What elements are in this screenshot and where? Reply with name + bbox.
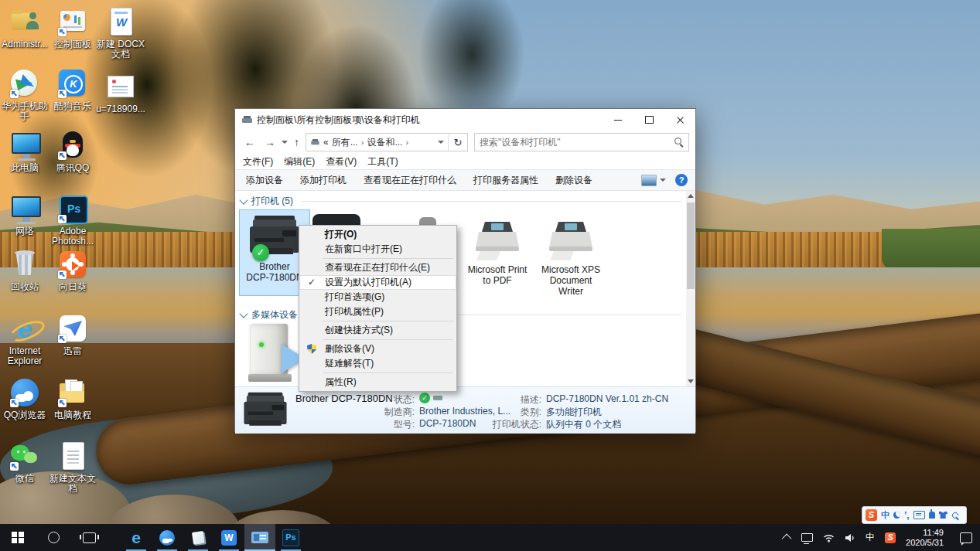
scrollbar-thumb[interactable] bbox=[687, 202, 695, 289]
volume-icon[interactable] bbox=[845, 533, 855, 542]
breadcrumb-devices-printers[interactable]: 设备和... bbox=[367, 136, 402, 149]
recycle-bin-icon bbox=[9, 249, 40, 280]
collapse-chevron-icon[interactable] bbox=[239, 196, 248, 204]
status-device-icon bbox=[433, 396, 442, 400]
context-menu-printing-preferences[interactable]: 打印首选项(G) bbox=[299, 290, 456, 304]
uac-shield-icon bbox=[307, 344, 316, 354]
show-hidden-icons-chevron[interactable] bbox=[782, 534, 792, 544]
desktop-icon-new-text-doc[interactable]: 新建文本文档 bbox=[48, 440, 97, 494]
taskbar-internet-explorer[interactable]: e bbox=[121, 524, 152, 551]
search-icon[interactable] bbox=[674, 137, 685, 148]
context-menu-set-default-printer[interactable]: ✓设置为默认打印机(A) bbox=[299, 275, 456, 290]
breadcrumb-all-items[interactable]: 所有... bbox=[332, 136, 358, 149]
minimize-button[interactable] bbox=[603, 109, 633, 131]
desktop-icon-this-pc[interactable]: 此电脑 bbox=[0, 130, 50, 173]
address-dropdown-icon[interactable] bbox=[434, 134, 448, 151]
task-view-button[interactable] bbox=[71, 524, 107, 551]
scroll-up-icon[interactable] bbox=[688, 194, 694, 198]
toolbar-see-whats-printing[interactable]: 查看现在正在打印什么 bbox=[364, 174, 456, 187]
taskbar-wps[interactable]: W bbox=[213, 524, 244, 551]
toolbar-add-printer[interactable]: 添加打印机 bbox=[300, 174, 347, 187]
desktop-icon-photoshop[interactable]: Ps Adobe Photosh... bbox=[48, 193, 97, 247]
taskbar-devices-printers-active[interactable] bbox=[244, 524, 275, 551]
desktop-icon-network[interactable]: 网络 bbox=[0, 193, 50, 236]
desktop-icon-internet-explorer[interactable]: e Internet Explorer bbox=[0, 313, 50, 366]
context-menu-create-shortcut[interactable]: 创建快捷方式(S) bbox=[299, 323, 456, 338]
menu-file[interactable]: 文件(F) bbox=[243, 155, 273, 168]
shortcut-arrow-icon bbox=[58, 215, 67, 223]
collapse-chevron-icon[interactable] bbox=[239, 309, 248, 318]
wifi-icon[interactable] bbox=[823, 533, 835, 542]
up-button[interactable]: ↑ bbox=[291, 136, 302, 148]
desktop-icon-sunflower[interactable]: 向日葵 bbox=[48, 249, 97, 292]
status-value: ✓ bbox=[419, 392, 442, 403]
context-menu-properties[interactable]: 属性(R) bbox=[299, 375, 456, 389]
group-header-printers[interactable]: 打印机 (5) bbox=[241, 195, 681, 208]
settings-wrench-icon[interactable] bbox=[951, 512, 959, 519]
ime-mode-button[interactable]: 中 bbox=[881, 509, 890, 521]
desktop-icon-hisuite[interactable]: 华为手机助手 bbox=[0, 68, 50, 121]
skin-icon[interactable] bbox=[939, 512, 948, 519]
desktop-icon-administrator[interactable]: Administr... bbox=[0, 6, 50, 49]
context-menu-remove-device[interactable]: 删除设备(V) bbox=[299, 342, 456, 356]
printer-label: Writer bbox=[531, 286, 611, 297]
desktop-icon-image-file[interactable]: u=718909... bbox=[96, 71, 145, 114]
desktop-icon-thunder[interactable]: 迅雷 bbox=[48, 313, 97, 356]
close-button[interactable] bbox=[664, 109, 695, 131]
menu-view[interactable]: 查看(V) bbox=[326, 155, 357, 168]
search-input[interactable] bbox=[475, 137, 674, 148]
title-bar[interactable]: 控制面板\所有控制面板项\设备和打印机 bbox=[235, 109, 695, 131]
menu-tools[interactable]: 工具(T) bbox=[367, 155, 398, 168]
selected-printer-thumbnail-icon bbox=[241, 391, 289, 430]
printer-microsoft-xps-writer[interactable]: Microsoft XPS Document Writer bbox=[531, 209, 611, 308]
context-menu-printer-properties[interactable]: 打印机属性(P) bbox=[299, 304, 456, 319]
desktop-icon-new-docx[interactable]: W 新建 DOCX 文档 bbox=[96, 6, 145, 60]
punctuation-icon[interactable]: ’, bbox=[904, 512, 910, 519]
context-menu-open[interactable]: 打开(O) bbox=[299, 227, 456, 242]
help-button[interactable]: ? bbox=[675, 174, 688, 186]
clock-date: 2020/5/31 bbox=[906, 538, 944, 548]
search-box[interactable] bbox=[474, 133, 689, 151]
desktop-icon-recycle-bin[interactable]: 回收站 bbox=[0, 249, 50, 292]
taskbar-notepad[interactable] bbox=[183, 524, 213, 551]
desktop-icon-kugou[interactable]: K 酷狗音乐 bbox=[48, 68, 97, 111]
tray-pc-icon[interactable] bbox=[801, 533, 813, 542]
desktop-icon-wechat[interactable]: 微信 bbox=[0, 440, 50, 484]
recent-pages-dropdown-icon[interactable] bbox=[282, 141, 288, 144]
context-menu-see-whats-printing[interactable]: 查看现在正在打印什么(E) bbox=[299, 260, 456, 275]
desktop-icon-pc-tutorials[interactable]: 电脑教程 bbox=[48, 377, 97, 420]
search-button[interactable] bbox=[36, 524, 71, 551]
toolbar-print-server-properties[interactable]: 打印服务器属性 bbox=[473, 174, 538, 187]
address-bar[interactable]: « 所有... › 设备和... › ↻ bbox=[306, 133, 468, 151]
context-menu-troubleshoot[interactable]: 疑难解答(T) bbox=[299, 356, 456, 371]
maximize-button[interactable] bbox=[633, 109, 664, 131]
handwriting-icon[interactable] bbox=[929, 512, 935, 519]
scrollbar[interactable] bbox=[686, 191, 695, 386]
action-center-icon[interactable] bbox=[960, 532, 972, 543]
refresh-button[interactable]: ↻ bbox=[448, 134, 467, 151]
view-options-button[interactable] bbox=[641, 175, 666, 186]
sogou-logo-icon[interactable]: S bbox=[866, 509, 877, 521]
toolbar-add-device[interactable]: 添加设备 bbox=[246, 174, 283, 187]
printer-microsoft-print-to-pdf[interactable]: Microsoft Print to PDF bbox=[457, 209, 538, 302]
taskbar-qq-browser[interactable] bbox=[152, 524, 183, 551]
desktop-icon-control-panel[interactable]: 控制面板 bbox=[48, 6, 97, 49]
ime-indicator[interactable]: 中 bbox=[866, 531, 875, 544]
desktop-icon-qq-browser[interactable]: QQ浏览器 bbox=[0, 377, 50, 420]
menu-edit[interactable]: 编辑(E) bbox=[284, 155, 315, 168]
forward-button[interactable]: → bbox=[261, 136, 278, 148]
desktop-icon-qq[interactable]: 腾讯QQ bbox=[48, 130, 97, 173]
taskbar-photoshop[interactable]: Ps bbox=[275, 524, 306, 551]
start-button[interactable] bbox=[0, 524, 36, 551]
taskbar-clock[interactable]: 11:49 2020/5/31 bbox=[906, 528, 944, 548]
printer-label: to PDF bbox=[457, 275, 538, 286]
sogou-tray-icon[interactable]: S bbox=[885, 532, 896, 543]
soft-keyboard-icon[interactable] bbox=[913, 511, 925, 519]
devices-printers-window-icon bbox=[251, 532, 268, 543]
scroll-down-icon[interactable] bbox=[688, 379, 694, 383]
context-menu-open-new-window[interactable]: 在新窗口中打开(E) bbox=[299, 242, 456, 257]
qq-browser-icon bbox=[9, 377, 40, 408]
back-button[interactable]: ← bbox=[241, 136, 258, 148]
fullwidth-moon-icon[interactable] bbox=[893, 512, 900, 519]
toolbar-remove-device[interactable]: 删除设备 bbox=[555, 174, 592, 187]
